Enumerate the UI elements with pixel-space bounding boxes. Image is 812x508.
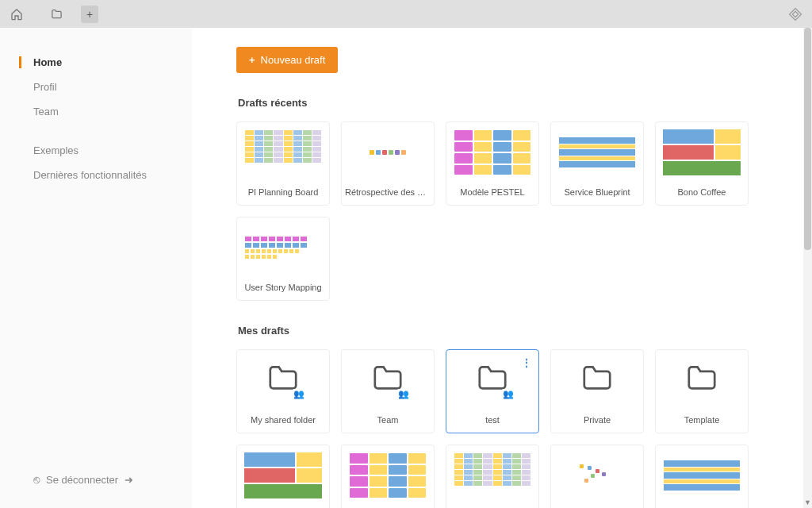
folder-card[interactable]: Template [655,349,749,433]
new-draft-button[interactable]: + Nouveau draft [236,47,338,73]
folder-title: Team [342,410,434,425]
draft-thumbnail [242,127,324,178]
new-tab-button[interactable]: + [81,6,98,23]
folder-icon [684,363,719,398]
draft-card[interactable]: Modèle PESTEL [446,121,539,206]
scroll-down-arrow[interactable]: ▼ [803,498,812,506]
logout-label: Se déconnecter [46,474,118,486]
sidebar-item-team[interactable]: Team [0,99,192,124]
shared-badge-icon: 👥 [397,389,410,399]
draft-thumbnail [347,450,429,501]
folder-title: Template [656,410,748,425]
more-menu-icon[interactable]: ⋮ [521,356,532,369]
draft-card[interactable]: Service Blueprint [655,444,749,508]
folder-icon: 👥 [370,363,405,398]
logout-button[interactable]: ⎋ Se déconnecter ➜ [0,462,192,508]
app-logo-icon[interactable] [783,2,807,26]
draft-thumbnail [556,450,638,501]
section-title-recent: Drafts récents [238,97,787,109]
draft-title: User Story Mapping [237,278,329,292]
sidebar-item-exemples[interactable]: Exemples [0,138,192,163]
draft-thumbnail [242,450,324,501]
folder-title: My shared folder [237,410,329,425]
draft-card[interactable]: User Story Mapping [236,217,330,301]
draft-thumbnail [661,127,743,178]
folder-card[interactable]: Private [550,349,644,433]
folder-title: test [446,410,538,425]
draft-title: PI Planning Board [237,183,329,197]
draft-card[interactable]: Bono Coffee [655,121,749,206]
draft-thumbnail [661,450,743,501]
folder-card[interactable]: 👥Team [341,349,435,433]
folder-thumbnail [556,355,638,406]
mine-cards: 👥My shared folder👥Team⋮👥testPrivateTempl… [236,349,787,508]
topbar: + [0,0,812,28]
draft-card[interactable]: PI Planning Board [446,444,539,508]
sidebar-item-news[interactable]: Dernières fonctionnalités [0,163,192,187]
sidebar-item-profil[interactable]: Profil [0,75,192,99]
folder-thumbnail [661,355,743,406]
folder-icon: 👥 [475,363,510,398]
draft-title: Modèle PESTEL [446,183,538,197]
folder-icon: 👥 [266,363,301,398]
new-draft-label: Nouveau draft [261,54,326,66]
sidebar: Home Profil Team Exemples Dernières fonc… [0,28,192,508]
recent-cards: PI Planning BoardRétrospective des 3 ...… [236,121,787,301]
folder-card[interactable]: ⋮👥test [446,349,539,433]
draft-title: Service Blueprint [551,183,643,197]
home-icon[interactable] [5,2,29,26]
draft-card[interactable]: Modèle PESTEL [341,444,435,508]
draft-card[interactable]: PI Planning Board [236,121,330,206]
scrollbar-track[interactable]: ▼ [803,28,812,508]
folder-thumbnail: 👥 [347,355,429,406]
draft-thumbnail [451,127,534,178]
main-content: + Nouveau draft Drafts récents PI Planni… [192,28,812,508]
draft-thumbnail [451,450,534,501]
folder-title: Private [551,410,643,425]
plus-icon: + [249,54,255,66]
draft-card[interactable]: Rétrospective des 3 ... [341,121,435,206]
scrollbar-thumb[interactable] [804,28,811,250]
shared-badge-icon: 👥 [502,389,515,399]
sidebar-item-home[interactable]: Home [0,50,192,75]
shared-badge-icon: 👥 [293,389,305,399]
folder-thumbnail: 👥 [242,355,324,406]
draft-thumbnail [242,222,324,273]
folder-card[interactable]: 👥My shared folder [236,349,330,433]
section-title-mine: Mes drafts [238,325,787,337]
arrow-right-icon: ➜ [124,474,133,486]
draft-title: Rétrospective des 3 ... [342,183,434,197]
draft-thumbnail [347,127,429,178]
draft-card[interactable]: Bono Coffee [236,444,330,508]
draft-card[interactable]: Service Blueprint [550,121,644,206]
folder-tab-icon[interactable] [44,2,68,26]
draft-title: Bono Coffee [656,183,748,197]
logout-icon: ⎋ [33,473,40,486]
folder-icon [580,363,615,398]
draft-thumbnail [556,127,638,178]
draft-card[interactable]: Rétrospective des 3 ... [550,444,644,508]
